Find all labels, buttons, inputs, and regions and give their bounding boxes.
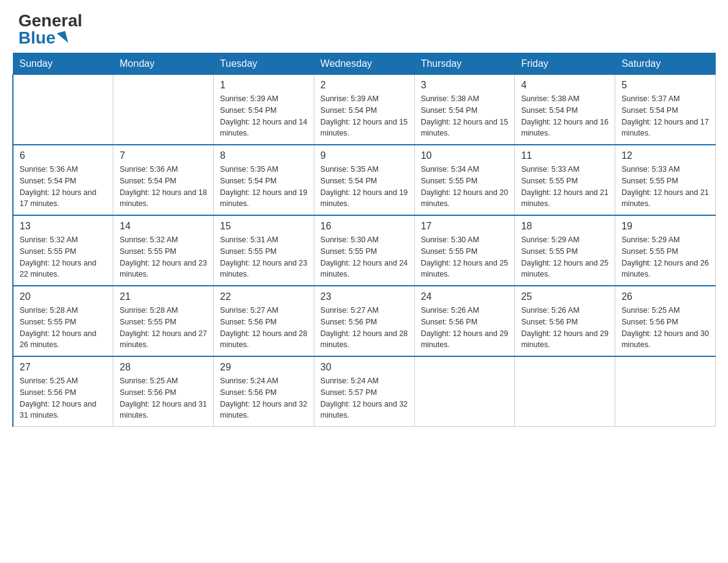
- day-number: 26: [621, 291, 709, 302]
- weekday-header-row: SundayMondayTuesdayWednesdayThursdayFrid…: [13, 53, 716, 75]
- sun-info: Sunrise: 5:39 AMSunset: 5:54 PMDaylight:…: [220, 93, 308, 139]
- sun-info: Sunrise: 5:24 AMSunset: 5:56 PMDaylight:…: [220, 375, 308, 421]
- day-number: 24: [421, 291, 509, 302]
- day-number: 6: [20, 150, 107, 161]
- sun-info: Sunrise: 5:25 AMSunset: 5:56 PMDaylight:…: [621, 305, 709, 351]
- day-number: 30: [320, 362, 408, 373]
- calendar-table: SundayMondayTuesdayWednesdayThursdayFrid…: [12, 53, 716, 427]
- day-number: 20: [20, 291, 107, 302]
- week-row-5: 27Sunrise: 5:25 AMSunset: 5:56 PMDayligh…: [13, 356, 716, 427]
- sun-info: Sunrise: 5:32 AMSunset: 5:55 PMDaylight:…: [119, 234, 207, 280]
- day-number: 11: [521, 150, 609, 161]
- day-number: 13: [20, 221, 107, 232]
- calendar-cell: 2Sunrise: 5:39 AMSunset: 5:54 PMDaylight…: [314, 75, 414, 145]
- sun-info: Sunrise: 5:38 AMSunset: 5:54 PMDaylight:…: [521, 93, 609, 139]
- day-number: 15: [220, 221, 308, 232]
- calendar-cell: 8Sunrise: 5:35 AMSunset: 5:54 PMDaylight…: [214, 145, 314, 215]
- calendar-cell: 21Sunrise: 5:28 AMSunset: 5:55 PMDayligh…: [113, 286, 214, 356]
- weekday-header-friday: Friday: [515, 53, 615, 75]
- day-number: 17: [421, 221, 509, 232]
- day-number: 5: [621, 80, 709, 91]
- logo-general-text: General: [18, 12, 82, 29]
- sun-info: Sunrise: 5:32 AMSunset: 5:55 PMDaylight:…: [20, 234, 107, 280]
- day-number: 25: [521, 291, 609, 302]
- calendar-body: 1Sunrise: 5:39 AMSunset: 5:54 PMDaylight…: [13, 75, 716, 427]
- sun-info: Sunrise: 5:26 AMSunset: 5:56 PMDaylight:…: [421, 305, 509, 351]
- day-number: 1: [220, 80, 308, 91]
- calendar-cell: 7Sunrise: 5:36 AMSunset: 5:54 PMDaylight…: [113, 145, 214, 215]
- weekday-header-tuesday: Tuesday: [214, 53, 314, 75]
- calendar-cell: 9Sunrise: 5:35 AMSunset: 5:54 PMDaylight…: [314, 145, 414, 215]
- day-number: 10: [421, 150, 509, 161]
- calendar-cell: [13, 75, 113, 145]
- sun-info: Sunrise: 5:27 AMSunset: 5:56 PMDaylight:…: [220, 305, 308, 351]
- calendar-cell: 29Sunrise: 5:24 AMSunset: 5:56 PMDayligh…: [214, 356, 314, 427]
- sun-info: Sunrise: 5:36 AMSunset: 5:54 PMDaylight:…: [119, 164, 207, 210]
- calendar-cell: [414, 356, 515, 427]
- day-number: 14: [119, 221, 207, 232]
- calendar-cell: 6Sunrise: 5:36 AMSunset: 5:54 PMDaylight…: [13, 145, 113, 215]
- calendar-cell: 1Sunrise: 5:39 AMSunset: 5:54 PMDaylight…: [214, 75, 314, 145]
- sun-info: Sunrise: 5:30 AMSunset: 5:55 PMDaylight:…: [421, 234, 509, 280]
- logo-blue-text: Blue: [18, 29, 67, 47]
- calendar-cell: 16Sunrise: 5:30 AMSunset: 5:55 PMDayligh…: [314, 215, 414, 286]
- logo-triangle-icon: [56, 31, 68, 45]
- week-row-3: 13Sunrise: 5:32 AMSunset: 5:55 PMDayligh…: [13, 215, 716, 286]
- day-number: 28: [119, 362, 207, 373]
- calendar-cell: 25Sunrise: 5:26 AMSunset: 5:56 PMDayligh…: [515, 286, 615, 356]
- calendar-header: SundayMondayTuesdayWednesdayThursdayFrid…: [13, 53, 716, 75]
- sun-info: Sunrise: 5:28 AMSunset: 5:55 PMDaylight:…: [20, 305, 107, 351]
- sun-info: Sunrise: 5:35 AMSunset: 5:54 PMDaylight:…: [320, 164, 408, 210]
- calendar-cell: 23Sunrise: 5:27 AMSunset: 5:56 PMDayligh…: [314, 286, 414, 356]
- week-row-2: 6Sunrise: 5:36 AMSunset: 5:54 PMDaylight…: [13, 145, 716, 215]
- sun-info: Sunrise: 5:29 AMSunset: 5:55 PMDaylight:…: [521, 234, 609, 280]
- calendar-cell: [113, 75, 214, 145]
- sun-info: Sunrise: 5:26 AMSunset: 5:56 PMDaylight:…: [521, 305, 609, 351]
- sun-info: Sunrise: 5:39 AMSunset: 5:54 PMDaylight:…: [320, 93, 408, 139]
- calendar-cell: [615, 356, 716, 427]
- sun-info: Sunrise: 5:36 AMSunset: 5:54 PMDaylight:…: [20, 164, 107, 210]
- sun-info: Sunrise: 5:31 AMSunset: 5:55 PMDaylight:…: [220, 234, 308, 280]
- calendar-cell: 15Sunrise: 5:31 AMSunset: 5:55 PMDayligh…: [214, 215, 314, 286]
- day-number: 19: [621, 221, 709, 232]
- day-number: 29: [220, 362, 308, 373]
- day-number: 8: [220, 150, 308, 161]
- sun-info: Sunrise: 5:37 AMSunset: 5:54 PMDaylight:…: [621, 93, 709, 139]
- calendar-cell: 10Sunrise: 5:34 AMSunset: 5:55 PMDayligh…: [414, 145, 515, 215]
- sun-info: Sunrise: 5:33 AMSunset: 5:55 PMDaylight:…: [521, 164, 609, 210]
- calendar-cell: 11Sunrise: 5:33 AMSunset: 5:55 PMDayligh…: [515, 145, 615, 215]
- calendar-cell: 27Sunrise: 5:25 AMSunset: 5:56 PMDayligh…: [13, 356, 113, 427]
- calendar-cell: 20Sunrise: 5:28 AMSunset: 5:55 PMDayligh…: [13, 286, 113, 356]
- calendar-cell: 3Sunrise: 5:38 AMSunset: 5:54 PMDaylight…: [414, 75, 515, 145]
- weekday-header-thursday: Thursday: [414, 53, 515, 75]
- calendar-container: SundayMondayTuesdayWednesdayThursdayFrid…: [0, 53, 728, 439]
- day-number: 23: [320, 291, 408, 302]
- calendar-cell: 28Sunrise: 5:25 AMSunset: 5:56 PMDayligh…: [113, 356, 214, 427]
- sun-info: Sunrise: 5:24 AMSunset: 5:57 PMDaylight:…: [320, 375, 408, 421]
- weekday-header-saturday: Saturday: [615, 53, 716, 75]
- weekday-header-monday: Monday: [113, 53, 214, 75]
- day-number: 18: [521, 221, 609, 232]
- logo: General Blue: [18, 12, 82, 47]
- weekday-header-sunday: Sunday: [13, 53, 113, 75]
- sun-info: Sunrise: 5:38 AMSunset: 5:54 PMDaylight:…: [421, 93, 509, 139]
- calendar-cell: 17Sunrise: 5:30 AMSunset: 5:55 PMDayligh…: [414, 215, 515, 286]
- sun-info: Sunrise: 5:33 AMSunset: 5:55 PMDaylight:…: [621, 164, 709, 210]
- sun-info: Sunrise: 5:27 AMSunset: 5:56 PMDaylight:…: [320, 305, 408, 351]
- sun-info: Sunrise: 5:25 AMSunset: 5:56 PMDaylight:…: [20, 375, 107, 421]
- calendar-cell: 24Sunrise: 5:26 AMSunset: 5:56 PMDayligh…: [414, 286, 515, 356]
- day-number: 21: [119, 291, 207, 302]
- calendar-cell: 26Sunrise: 5:25 AMSunset: 5:56 PMDayligh…: [615, 286, 716, 356]
- sun-info: Sunrise: 5:25 AMSunset: 5:56 PMDaylight:…: [119, 375, 207, 421]
- day-number: 27: [20, 362, 107, 373]
- day-number: 2: [320, 80, 408, 91]
- day-number: 3: [421, 80, 509, 91]
- week-row-4: 20Sunrise: 5:28 AMSunset: 5:55 PMDayligh…: [13, 286, 716, 356]
- calendar-cell: 13Sunrise: 5:32 AMSunset: 5:55 PMDayligh…: [13, 215, 113, 286]
- calendar-cell: 12Sunrise: 5:33 AMSunset: 5:55 PMDayligh…: [615, 145, 716, 215]
- day-number: 16: [320, 221, 408, 232]
- calendar-cell: 30Sunrise: 5:24 AMSunset: 5:57 PMDayligh…: [314, 356, 414, 427]
- calendar-cell: 18Sunrise: 5:29 AMSunset: 5:55 PMDayligh…: [515, 215, 615, 286]
- calendar-cell: 22Sunrise: 5:27 AMSunset: 5:56 PMDayligh…: [214, 286, 314, 356]
- day-number: 12: [621, 150, 709, 161]
